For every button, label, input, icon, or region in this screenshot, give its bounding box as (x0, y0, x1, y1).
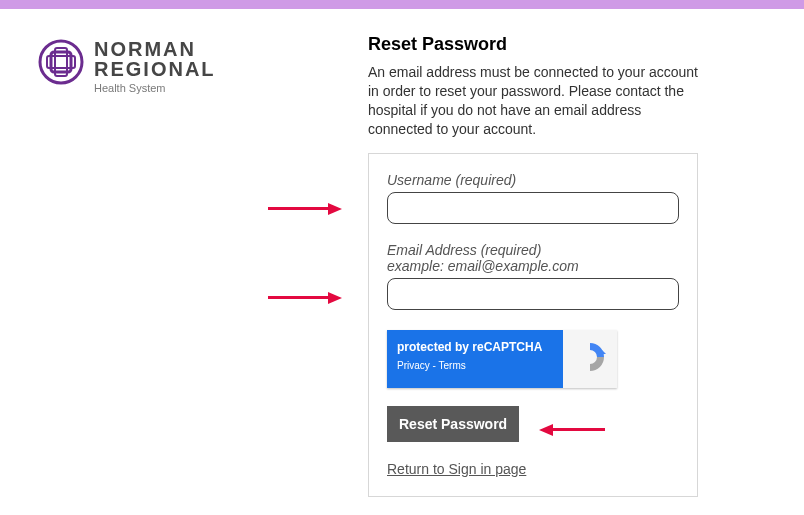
brand-subtitle: Health System (94, 83, 216, 94)
reset-form: Username (required) Email Address (requi… (368, 153, 698, 497)
page-description: An email address must be connected to yo… (368, 63, 698, 139)
recaptcha-icon (573, 340, 607, 378)
username-label: Username (required) (387, 172, 679, 188)
email-label: Email Address (required) (387, 242, 679, 258)
recaptcha-links[interactable]: Privacy - Terms (397, 360, 555, 371)
brand-name-line1: NORMAN (94, 39, 216, 59)
accent-bar (0, 0, 804, 9)
page-title: Reset Password (368, 34, 698, 55)
brand-logo: NORMAN REGIONAL Health System (38, 39, 338, 94)
email-input[interactable] (387, 278, 679, 310)
email-example: example: email@example.com (387, 258, 679, 274)
return-signin-link[interactable]: Return to Sign in page (387, 461, 526, 477)
recaptcha-badge: protected by reCAPTCHA Privacy - Terms (387, 330, 617, 388)
recaptcha-title: protected by reCAPTCHA (397, 340, 555, 354)
logo-icon (38, 39, 84, 89)
reset-password-button[interactable]: Reset Password (387, 406, 519, 442)
username-input[interactable] (387, 192, 679, 224)
brand-name-line2: REGIONAL (94, 59, 216, 79)
